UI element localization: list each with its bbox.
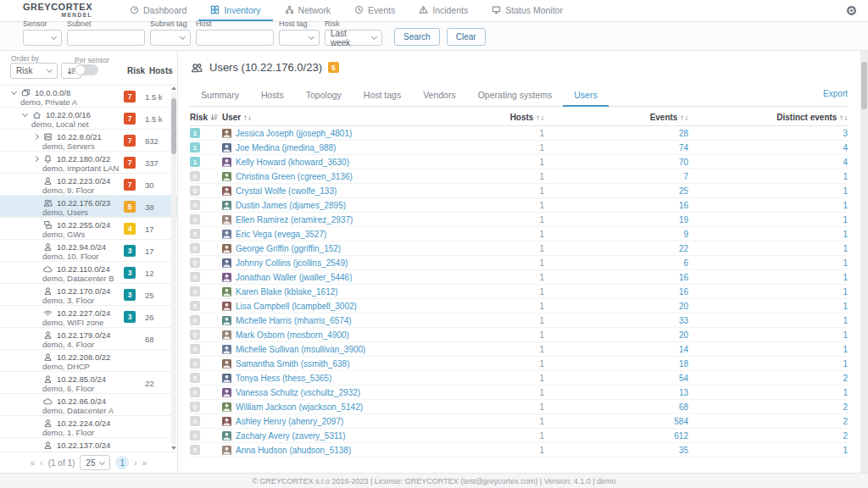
user-link[interactable]: Ashley Henry (ahenry_2097) <box>236 417 343 426</box>
events-value[interactable]: 20 <box>544 302 688 311</box>
col-events[interactable]: Events↑↓ <box>544 113 688 122</box>
nav-item-events[interactable]: Events <box>342 0 407 21</box>
table-row[interactable]: 0 Crystal Wolfe (cwolfe_133) 1 25 1 <box>190 184 848 198</box>
events-value[interactable]: 16 <box>544 287 688 297</box>
table-row[interactable]: 0 William Jackson (wjackson_5142) 1 68 2 <box>190 400 848 414</box>
chevron-icon[interactable] <box>32 221 40 229</box>
distinct-events-value[interactable]: 1 <box>688 330 848 340</box>
chevron-icon[interactable] <box>32 265 40 273</box>
table-row[interactable]: 0 Lisa Campbell (lcampbell_3002) 1 20 1 <box>190 299 848 313</box>
events-value[interactable]: 22 <box>544 244 688 253</box>
col-hosts[interactable]: Hosts↑↓ <box>426 113 544 122</box>
distinct-events-value[interactable]: 2 <box>688 402 848 412</box>
table-row[interactable]: 0 George Griffin (ggriffin_152) 1 22 1 <box>190 241 848 256</box>
events-value[interactable]: 74 <box>544 143 688 152</box>
user-link[interactable]: Mark Osborn (mosborn_4900) <box>236 330 349 340</box>
events-value[interactable]: 9 <box>544 230 688 239</box>
chevron-icon[interactable] <box>32 309 40 317</box>
table-row[interactable]: 0 Karen Blake (kblake_1612) 1 16 1 <box>190 285 848 299</box>
table-row[interactable]: 0 Eric Vega (evega_3527) 1 9 1 <box>190 227 848 241</box>
table-row[interactable]: 0 Tonya Hess (thess_5365) 1 54 2 <box>190 371 848 385</box>
search-button[interactable]: Search <box>394 28 440 46</box>
table-row[interactable]: 0 Zachary Avery (zavery_5311) 1 612 2 <box>190 429 848 443</box>
subnet-tree-item[interactable]: 10.22.227.0/24 demo, WIFI zone 3 26 <box>0 306 177 328</box>
sidebar-scrollbar[interactable] <box>171 86 176 450</box>
period-select[interactable]: Last week <box>325 30 382 46</box>
events-value[interactable]: 35 <box>544 446 688 455</box>
distinct-events-value[interactable]: 1 <box>688 302 848 311</box>
scrollbar-thumb[interactable] <box>171 98 176 154</box>
chevron-icon[interactable] <box>32 441 40 449</box>
user-link[interactable]: Tonya Hess (thess_5365) <box>236 374 331 383</box>
subnet-tree-item[interactable]: 10.22.224.0/24 demo, 1. Floor <box>0 416 177 438</box>
user-link[interactable]: Jessica Joseph (jjoseph_4801) <box>236 129 352 138</box>
user-link[interactable]: Karen Blake (kblake_1612) <box>236 287 338 297</box>
user-link[interactable]: Michelle Sullivan (msullivan_3900) <box>236 345 365 354</box>
subnet-tree-item[interactable]: 10.22.110.0/24 demo, Datacenter B 3 12 <box>0 262 177 284</box>
subnet-tree-item[interactable]: 10.22.0.0/16 demo, Local net 7 1.5 k <box>0 108 177 130</box>
user-link[interactable]: Anna Hudson (ahudson_5138) <box>236 446 351 455</box>
greycortex-logo[interactable]: GREYCORTEX MENDEL <box>23 0 92 21</box>
table-row[interactable]: 0 Ashley Henry (ahenry_2097) 1 584 2 <box>190 414 848 429</box>
prev-page-button[interactable]: ‹ <box>40 458 42 468</box>
col-user[interactable]: User↑↓ <box>222 113 426 122</box>
events-value[interactable]: 18 <box>544 359 688 369</box>
user-link[interactable]: Crystal Wolfe (cwolfe_133) <box>236 186 337 196</box>
subnet-tree-item[interactable]: 10.22.180.0/22 demo, Important LAN 7 337 <box>0 152 177 174</box>
table-row[interactable]: 0 Samantha Smith (ssmith_638) 1 18 1 <box>190 357 848 371</box>
events-value[interactable]: 70 <box>544 158 688 167</box>
sensor-select[interactable] <box>23 30 62 46</box>
table-row[interactable]: 0 Anna Hudson (ahudson_5138) 1 35 1 <box>190 443 848 458</box>
scrollbar-thumb[interactable] <box>861 62 867 109</box>
distinct-events-value[interactable]: 1 <box>688 316 848 325</box>
distinct-events-value[interactable]: 1 <box>688 258 848 268</box>
user-link[interactable]: Vanessa Schultz (vschultz_2932) <box>236 388 360 397</box>
events-value[interactable]: 54 <box>544 374 688 383</box>
user-link[interactable]: Zachary Avery (zavery_5311) <box>236 431 346 441</box>
distinct-events-value[interactable]: 1 <box>688 287 848 297</box>
user-link[interactable]: Ellen Ramirez (eramirez_2937) <box>236 215 353 225</box>
subnet-tree-item[interactable]: 10.22.179.0/24 demo, 4. Floor 68 <box>0 328 177 350</box>
tab-summary[interactable]: Summary <box>190 86 250 107</box>
subnet-tree-item[interactable]: 10.22.86.0/24 demo, Datacenter A <box>0 394 177 416</box>
events-value[interactable]: 19 <box>544 215 688 225</box>
chevron-icon[interactable] <box>32 199 40 207</box>
table-row[interactable]: 0 Mark Osborn (mosborn_4900) 1 20 1 <box>190 328 848 342</box>
distinct-events-value[interactable]: 1 <box>688 172 848 181</box>
distinct-events-value[interactable]: 4 <box>688 158 848 167</box>
chevron-icon[interactable] <box>32 375 40 383</box>
tab-users[interactable]: Users <box>563 86 608 107</box>
events-value[interactable]: 13 <box>544 388 688 397</box>
events-value[interactable]: 14 <box>544 345 688 354</box>
subnet-input[interactable] <box>67 30 145 46</box>
user-link[interactable]: Jonathan Waller (jwaller_5446) <box>236 273 352 282</box>
order-by-select[interactable]: Risk <box>10 63 58 79</box>
table-row[interactable]: 0 Ellen Ramirez (eramirez_2937) 1 19 1 <box>190 213 848 227</box>
subnet-tree-item[interactable]: 10.22.208.0/22 demo, DHCP <box>0 350 177 372</box>
export-link[interactable]: Export <box>823 89 848 103</box>
table-row[interactable]: 0 Vanessa Schultz (vschultz_2932) 1 13 1 <box>190 385 848 400</box>
distinct-events-value[interactable]: 1 <box>688 388 848 397</box>
host-tag-select[interactable] <box>279 30 320 46</box>
subnet-tree-item[interactable]: 10.0.0.0/8 demo, Private A 7 1.5 k <box>0 86 177 108</box>
scroll-down-arrow[interactable] <box>171 446 176 450</box>
user-link[interactable]: Eric Vega (evega_3527) <box>236 230 326 239</box>
page-size-select[interactable]: 25 <box>80 455 110 470</box>
settings-gear-icon[interactable] <box>835 0 868 21</box>
table-row[interactable]: 1 Jessica Joseph (jjoseph_4801) 1 28 3 <box>190 126 848 141</box>
chevron-icon[interactable] <box>32 397 40 405</box>
distinct-events-value[interactable]: 1 <box>688 186 848 196</box>
nav-item-status-monitor[interactable]: Status Monitor <box>480 0 575 21</box>
col-risk[interactable]: Risk <box>190 113 222 122</box>
chevron-icon[interactable] <box>32 243 40 251</box>
distinct-events-value[interactable]: 1 <box>688 345 848 354</box>
last-page-button[interactable]: » <box>142 458 147 468</box>
user-link[interactable]: Lisa Campbell (lcampbell_3002) <box>236 302 357 311</box>
distinct-events-value[interactable]: 1 <box>688 215 848 225</box>
user-link[interactable]: Samantha Smith (ssmith_638) <box>236 359 350 369</box>
per-sensor-toggle[interactable] <box>75 64 98 75</box>
user-link[interactable]: Kelly Howard (khoward_3630) <box>236 158 349 167</box>
tab-host-tags[interactable]: Host tags <box>353 86 412 107</box>
events-value[interactable]: 6 <box>544 258 688 268</box>
table-row[interactable]: 0 Michelle Harris (mharris_6574) 1 33 1 <box>190 313 848 328</box>
